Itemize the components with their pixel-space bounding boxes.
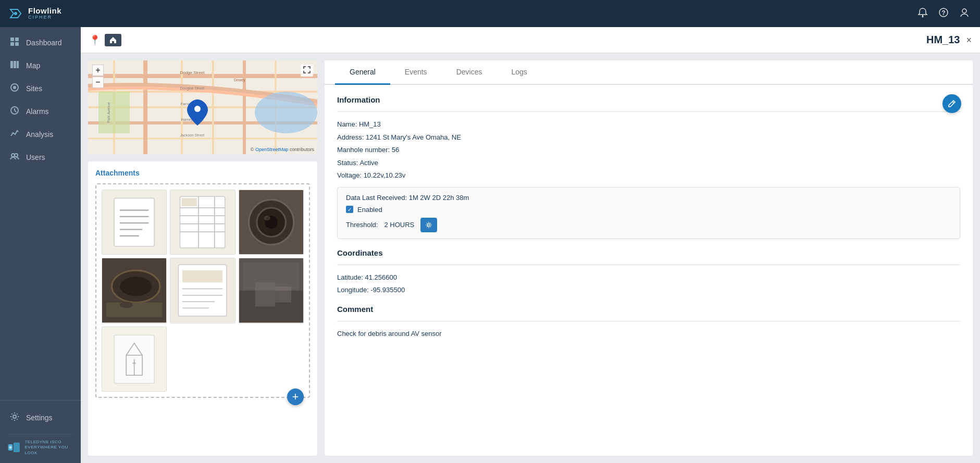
brand-logo xyxy=(7,440,20,455)
sidebar-item-alarms[interactable]: Alarms xyxy=(0,100,81,123)
right-panel: General Events Devices Logs xyxy=(325,60,973,456)
svg-rect-8 xyxy=(17,61,19,68)
svg-text:Douglas Street: Douglas Street xyxy=(180,86,204,91)
notification-icon[interactable] xyxy=(917,7,928,20)
svg-rect-71 xyxy=(106,303,163,317)
coordinates-divider xyxy=(337,265,960,265)
logo-text: Flowlink CIPHER xyxy=(28,7,61,20)
content-area: 📍 HM_13 × xyxy=(81,27,980,463)
svg-text:?: ? xyxy=(941,9,945,17)
sidebar-item-sites[interactable]: Sites xyxy=(0,77,81,100)
map-zoom-out-button[interactable]: − xyxy=(92,77,104,88)
info-latitude-value: 41.256600 xyxy=(365,273,397,281)
tab-general[interactable]: General xyxy=(335,60,390,85)
map-zoom-controls: + − xyxy=(92,65,104,88)
attachments-title: Attachments xyxy=(95,169,310,177)
sidebar-item-label-map: Map xyxy=(26,61,40,70)
attachment-item[interactable] xyxy=(102,327,167,392)
svg-point-72 xyxy=(120,302,133,308)
svg-point-16 xyxy=(13,415,16,418)
sidebar-item-settings[interactable]: Settings xyxy=(7,408,73,428)
user-icon[interactable] xyxy=(959,7,970,20)
svg-rect-83 xyxy=(255,283,275,307)
comment-title: Comment xyxy=(337,305,960,314)
svg-point-46 xyxy=(194,106,201,112)
brand-tagline: Everywhere you look xyxy=(24,445,73,456)
main-content: ? 📍 HM_13 × xyxy=(81,0,980,463)
analysis-icon xyxy=(9,129,20,140)
close-button[interactable]: × xyxy=(966,35,972,45)
svg-text:Dewey: Dewey xyxy=(234,78,245,82)
attachment-item[interactable] xyxy=(239,190,304,255)
map-container: Dodge Street Douglas Street Farnam Stree… xyxy=(88,60,317,154)
tab-logs[interactable]: Logs xyxy=(497,60,541,85)
threshold-row: Threshold: 2 HOURS xyxy=(346,218,951,232)
sidebar-footer: Settings TELEDYNE ISCO Everywhere you lo… xyxy=(0,400,81,463)
sidebar-item-users[interactable]: Users xyxy=(0,146,81,169)
data-received-text: Data Last Received: 1M 2W 2D 22h 38m xyxy=(346,194,469,202)
svg-point-70 xyxy=(120,277,152,296)
svg-point-90 xyxy=(428,223,430,226)
alarms-icon xyxy=(9,106,20,117)
sites-icon xyxy=(9,83,20,94)
brand-name: TELEDYNE ISCO xyxy=(24,440,73,445)
info-name-value: HM_13 xyxy=(359,120,381,128)
map-fullscreen-button[interactable] xyxy=(301,65,313,77)
svg-point-24 xyxy=(962,9,966,13)
map-svg: Dodge Street Douglas Street Farnam Stree… xyxy=(88,60,317,154)
sub-header-left: 📍 xyxy=(89,34,121,46)
flowlink-logo-icon xyxy=(7,5,24,22)
help-icon[interactable]: ? xyxy=(938,7,949,20)
svg-rect-5 xyxy=(15,42,19,46)
svg-point-15 xyxy=(15,154,18,157)
sidebar-item-label-users: Users xyxy=(26,153,45,161)
info-status-value: Active xyxy=(359,159,378,167)
home-button[interactable] xyxy=(105,34,121,46)
add-attachment-button[interactable]: + xyxy=(287,389,304,405)
sub-header-right: HM_13 × xyxy=(926,34,972,46)
enabled-checkbox[interactable]: ✓ xyxy=(346,206,353,213)
attachment-item[interactable] xyxy=(102,190,167,255)
logo-cipher-label: CIPHER xyxy=(28,15,61,20)
svg-line-13 xyxy=(15,110,16,112)
information-divider xyxy=(337,111,960,112)
users-icon xyxy=(9,152,20,163)
info-status: Status: Active xyxy=(337,158,960,168)
attachments-grid-wrapper: + xyxy=(95,183,310,398)
svg-rect-4 xyxy=(10,42,14,46)
tab-events[interactable]: Events xyxy=(390,60,442,85)
attachment-item[interactable] xyxy=(170,190,235,255)
openstreetmap-link[interactable]: OpenStreetMap xyxy=(255,147,289,152)
tab-devices[interactable]: Devices xyxy=(442,60,497,85)
svg-point-67 xyxy=(264,216,270,220)
threshold-gear-button[interactable] xyxy=(420,218,437,232)
brand-area: TELEDYNE ISCO Everywhere you look xyxy=(7,434,73,456)
settings-label: Settings xyxy=(26,414,53,422)
map-zoom-in-button[interactable]: + xyxy=(92,65,104,76)
info-voltage-value: 10.22v,10.23v xyxy=(364,171,406,179)
svg-rect-2 xyxy=(10,37,14,41)
svg-rect-18 xyxy=(14,443,20,453)
svg-rect-7 xyxy=(14,61,16,68)
attachment-item[interactable] xyxy=(170,258,235,323)
sidebar-nav: Dashboard Map Sites Alarms Analysis xyxy=(0,27,81,400)
info-longitude: Longitude: -95.935500 xyxy=(337,285,960,295)
settings-icon xyxy=(9,412,20,423)
data-received-row: Data Last Received: 1M 2W 2D 22h 38m xyxy=(346,194,951,202)
svg-text:Jackson Street: Jackson Street xyxy=(180,133,204,137)
edit-button[interactable] xyxy=(942,94,961,113)
map-icon xyxy=(9,60,20,71)
attachment-item[interactable] xyxy=(239,258,304,323)
brand-text-area: TELEDYNE ISCO Everywhere you look xyxy=(24,440,73,456)
sidebar-item-dashboard[interactable]: Dashboard xyxy=(0,31,81,54)
information-title: Information xyxy=(337,95,960,104)
sidebar-item-analysis[interactable]: Analysis xyxy=(0,123,81,146)
svg-rect-62 xyxy=(182,198,197,206)
info-name: Name: HM_13 xyxy=(337,119,960,130)
info-address-value: 1241 St Mary's Ave Omaha, NE xyxy=(366,133,461,141)
info-longitude-value: -95.935500 xyxy=(370,286,405,294)
attachment-item[interactable] xyxy=(102,258,167,323)
tabs-bar: General Events Devices Logs xyxy=(325,60,973,85)
threshold-label: Threshold: xyxy=(346,221,378,229)
sidebar-item-map[interactable]: Map xyxy=(0,54,81,77)
